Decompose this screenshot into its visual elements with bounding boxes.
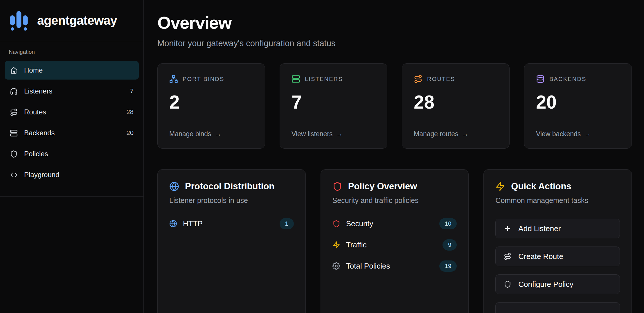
server-icon — [292, 75, 300, 83]
sidebar-item-label: Listeners — [24, 87, 52, 95]
view-listeners-link[interactable]: View listeners → — [292, 130, 343, 138]
stat-value: 28 — [414, 91, 498, 113]
page-title: Overview — [157, 13, 632, 33]
sidebar-item-label: Backends — [24, 129, 55, 137]
sidebar-item-backends[interactable]: Backends 20 — [5, 124, 139, 142]
app-root: agentgateway Navigation Home Listeners 7 — [0, 0, 644, 313]
stat-link-label: View backends — [536, 130, 581, 138]
shield-icon — [332, 220, 340, 228]
sidebar: agentgateway Navigation Home Listeners 7 — [0, 0, 144, 313]
stat-card-header: PORT BINDS — [169, 75, 253, 83]
home-icon — [10, 66, 18, 74]
route-icon — [10, 108, 18, 116]
cards-row: Protocol Distribution Listener protocols… — [157, 169, 632, 313]
quick-actions-card: Quick Actions Common management tasks Ad… — [483, 169, 632, 313]
arrow-right-icon: → — [584, 130, 591, 138]
logo-row[interactable]: agentgateway — [0, 0, 143, 41]
stat-label: LISTENERS — [305, 76, 343, 82]
policy-count-badge: 19 — [439, 260, 457, 272]
policy-row-total: Total Policies 19 — [332, 260, 457, 272]
zap-icon — [332, 241, 340, 249]
protocol-row-http: HTTP 1 — [169, 218, 294, 229]
protocol-count-badge: 1 — [280, 218, 294, 229]
protocol-label: HTTP — [183, 219, 203, 228]
card-subtitle: Security and traffic policies — [332, 196, 457, 205]
stat-card-listeners: LISTENERS 7 View listeners → — [280, 63, 387, 149]
sidebar-item-label: Policies — [24, 150, 48, 158]
stat-value: 2 — [169, 91, 253, 113]
stat-card-port-binds: PORT BINDS 2 Manage binds → — [157, 63, 265, 149]
stat-label: BACKENDS — [549, 76, 587, 82]
arrow-right-icon: → — [336, 130, 343, 138]
sidebar-item-routes[interactable]: Routes 28 — [5, 103, 139, 121]
sidebar-item-count: 20 — [127, 129, 134, 137]
view-backends-link[interactable]: View backends → — [536, 130, 591, 138]
stat-card-header: ROUTES — [414, 75, 498, 83]
app-title: agentgateway — [37, 13, 117, 28]
card-title: Quick Actions — [511, 181, 571, 192]
card-title: Protocol Distribution — [185, 181, 274, 192]
stat-value: 7 — [292, 91, 375, 113]
sidebar-item-label: Home — [24, 66, 43, 74]
stat-label: PORT BINDS — [183, 76, 224, 82]
sidebar-item-listeners[interactable]: Listeners 7 — [5, 82, 139, 100]
nav-section-label: Navigation — [5, 49, 139, 55]
globe-icon — [169, 181, 179, 191]
stat-card-backends: BACKENDS 20 View backends → — [524, 63, 632, 149]
globe-icon — [169, 220, 177, 228]
protocol-list: HTTP 1 — [169, 218, 294, 229]
protocol-distribution-card: Protocol Distribution Listener protocols… — [157, 169, 306, 313]
sidebar-item-home[interactable]: Home — [5, 61, 139, 80]
page-subtitle: Monitor your gateway's configuration and… — [157, 39, 632, 48]
policy-count-badge: 10 — [439, 218, 457, 229]
stat-card-header: BACKENDS — [536, 75, 620, 83]
main-content: Overview Monitor your gateway's configur… — [144, 0, 644, 313]
shield-icon — [504, 280, 511, 288]
sidebar-item-label: Playground — [24, 171, 59, 179]
policy-overview-card: Policy Overview Security and traffic pol… — [321, 169, 469, 313]
agentgateway-logo-icon — [8, 9, 30, 32]
card-subtitle: Common management tasks — [495, 196, 620, 205]
manage-binds-link[interactable]: Manage binds → — [169, 130, 222, 138]
sidebar-item-playground[interactable]: Playground — [5, 166, 139, 184]
arrow-right-icon: → — [215, 130, 222, 138]
route-icon — [414, 75, 422, 83]
sidebar-nav: Navigation Home Listeners 7 Routes — [0, 41, 143, 197]
configure-policy-button[interactable]: Configure Policy — [495, 274, 620, 294]
zap-icon — [495, 181, 505, 191]
card-title: Policy Overview — [348, 181, 417, 192]
manage-routes-link[interactable]: Manage routes → — [414, 130, 468, 138]
policy-label: Security — [346, 219, 373, 228]
stat-link-label: View listeners — [292, 130, 332, 138]
policy-list: Security 10 Traffic 9 Tota — [332, 218, 457, 272]
shield-icon — [332, 181, 342, 191]
stat-card-routes: ROUTES 28 Manage routes → — [402, 63, 510, 149]
server-icon — [10, 129, 18, 137]
shield-icon — [10, 150, 18, 158]
action-button-label: Configure Policy — [518, 280, 573, 289]
card-header: Quick Actions — [495, 181, 620, 192]
database-icon — [536, 75, 545, 83]
sidebar-item-count: 28 — [127, 108, 134, 116]
policy-label: Traffic — [346, 240, 367, 249]
action-button-label: Create Route — [518, 252, 563, 261]
policy-label: Total Policies — [346, 262, 390, 271]
stat-link-label: Manage routes — [414, 130, 458, 138]
stat-label: ROUTES — [427, 76, 455, 82]
route-icon — [504, 253, 511, 260]
sidebar-item-label: Routes — [24, 108, 46, 116]
quick-action-button-4[interactable] — [495, 302, 620, 313]
create-route-button[interactable]: Create Route — [495, 247, 620, 266]
network-icon — [169, 75, 178, 83]
code-icon — [10, 171, 18, 179]
action-button-label: Add Listener — [518, 224, 561, 233]
add-listener-button[interactable]: Add Listener — [495, 219, 620, 238]
card-header: Policy Overview — [332, 181, 457, 192]
stat-link-label: Manage binds — [169, 130, 211, 138]
quick-actions-list: Add Listener Create Route Configure Poli… — [495, 219, 620, 313]
headphones-icon — [10, 87, 18, 95]
policy-row-security: Security 10 — [332, 218, 457, 229]
policy-row-traffic: Traffic 9 — [332, 239, 457, 251]
sidebar-item-policies[interactable]: Policies — [5, 145, 139, 163]
sidebar-item-count: 7 — [130, 87, 134, 95]
